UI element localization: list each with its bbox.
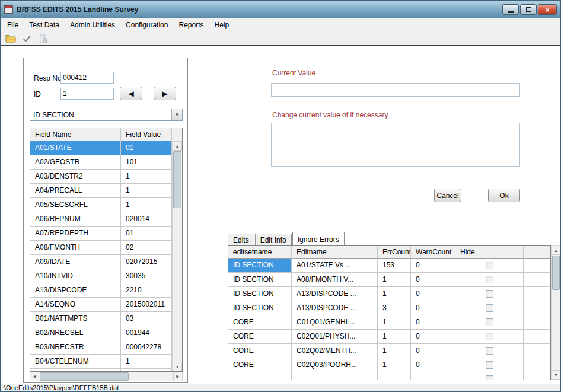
field-name-cell: A13/DISPCODE xyxy=(30,283,121,298)
hide-checkbox[interactable] xyxy=(486,304,493,312)
errors-table-row[interactable] xyxy=(228,372,550,380)
errors-table-row[interactable]: COREC01Q01/GENHL...10 xyxy=(228,315,550,330)
field-table-vscrollbar[interactable]: ▲ ▼ xyxy=(172,141,182,371)
field-table-row[interactable]: A13/DISPCODE2210 xyxy=(30,283,182,298)
field-table-row[interactable]: A08/FMONTH02 xyxy=(30,241,182,255)
hide-checkbox[interactable] xyxy=(486,290,493,298)
previous-record-button[interactable]: ◀ xyxy=(120,87,142,100)
field-table-row[interactable]: B01/NATTMPTS03 xyxy=(30,312,182,326)
errors-table-vscrollbar[interactable]: ▲ ▼ xyxy=(551,245,561,380)
menu-item-file[interactable]: File xyxy=(2,18,24,32)
hide-cell xyxy=(455,344,524,358)
minimize-button[interactable] xyxy=(502,4,519,15)
errors-table-header-cell[interactable]: WarnCount xyxy=(411,246,455,259)
hide-checkbox[interactable] xyxy=(486,347,493,355)
errors-table-row[interactable]: COREC02Q02/MENTH...10 xyxy=(228,344,550,358)
menu-item-configuration[interactable]: Configuration xyxy=(120,18,173,32)
tab-edits[interactable]: Edits xyxy=(228,234,254,245)
errors-table-body: ID SECTIONA01/STATE Vs ...1530ID SECTION… xyxy=(228,259,550,380)
field-table-row[interactable]: A10/INTVID30035 xyxy=(30,269,182,283)
field-table-row[interactable]: A03/DENSTR21 xyxy=(30,170,182,184)
filler-cell xyxy=(524,358,550,372)
scroll-up-icon[interactable]: ▲ xyxy=(552,246,560,255)
hide-checkbox[interactable] xyxy=(486,375,493,380)
scroll-thumb[interactable] xyxy=(173,151,181,208)
editname-cell: C02Q03/POORH... xyxy=(292,358,378,372)
resp-no-input[interactable] xyxy=(60,72,114,84)
field-table-row[interactable]: A06/REPNUM020014 xyxy=(30,212,182,227)
errors-table-header-cell[interactable]: ErrCount xyxy=(378,246,411,259)
tab-ignore-errors[interactable]: Ignore Errors xyxy=(292,232,345,245)
hscroll-thumb[interactable] xyxy=(40,372,129,381)
hide-checkbox[interactable] xyxy=(486,361,493,369)
scroll-thumb[interactable] xyxy=(552,256,560,290)
editsetname-cell: CORE xyxy=(228,315,292,330)
cancel-button[interactable]: Cancel xyxy=(434,189,461,202)
menu-item-test-data[interactable]: Test Data xyxy=(24,18,65,32)
field-table-row[interactable]: A09/IDATE02072015 xyxy=(30,255,182,269)
scroll-down-icon[interactable]: ▼ xyxy=(173,362,182,371)
field-table-row[interactable]: B04/CTELENUM1 xyxy=(30,355,182,369)
next-record-button[interactable]: ▶ xyxy=(154,87,176,100)
ok-button[interactable]: Ok xyxy=(488,189,520,202)
errors-table-row[interactable]: ID SECTIONA01/STATE Vs ...1530 xyxy=(228,259,550,273)
field-table-row[interactable]: A05/SECSCRFL1 xyxy=(30,198,182,212)
menu-item-admin-utilities[interactable]: Admin Utilities xyxy=(65,18,120,32)
errcount-cell xyxy=(378,372,411,380)
hide-checkbox[interactable] xyxy=(486,276,493,283)
scroll-down-icon[interactable]: ▼ xyxy=(552,370,560,380)
field-table-row[interactable]: A14/SEQNO2015002011 xyxy=(30,298,182,312)
field-name-cell: A01/STATE xyxy=(30,141,121,155)
hide-checkbox[interactable] xyxy=(486,318,493,326)
errcount-cell: 1 xyxy=(378,315,411,330)
change-value-textarea[interactable] xyxy=(271,123,520,167)
scroll-left-icon[interactable]: ◀ xyxy=(30,372,39,381)
editsetname-cell: CORE xyxy=(228,358,292,372)
title-bar[interactable]: BRFSS EDITS 2015 Landline Survey × xyxy=(1,1,560,18)
errors-table-header-cell[interactable]: Editname xyxy=(292,246,378,259)
field-table-row[interactable]: A02/GEOSTR101 xyxy=(30,155,182,170)
errors-table-row[interactable]: ID SECTIONA13/DISPCODE ...30 xyxy=(228,301,550,315)
scroll-up-icon[interactable]: ▲ xyxy=(173,141,182,151)
field-table-row[interactable]: A07/REPDEPTH01 xyxy=(30,227,182,241)
errors-table-row[interactable]: COREC02Q03/POORH...10 xyxy=(228,358,550,372)
field-table-body: A01/STATE01A02/GEOSTR101A03/DENSTR21A04/… xyxy=(30,141,182,372)
field-table-header-cell[interactable]: Field Value xyxy=(121,128,172,141)
field-table-row[interactable]: A01/STATE01 xyxy=(30,141,182,155)
field-table-row[interactable]: B02/NRECSEL001944 xyxy=(30,326,182,340)
report-preview-button[interactable] xyxy=(37,33,50,44)
menu-item-help[interactable]: Help xyxy=(209,18,235,32)
maximize-button[interactable] xyxy=(520,4,537,15)
hide-cell xyxy=(455,287,524,301)
warncount-cell xyxy=(411,372,455,380)
current-value-label: Current Value xyxy=(272,69,315,77)
scroll-right-icon[interactable]: ▶ xyxy=(173,372,183,381)
hide-cell xyxy=(455,273,524,287)
errcount-cell: 1 xyxy=(378,287,411,301)
errors-table-row[interactable]: ID SECTIONA13/DISPCODE ...10 xyxy=(228,287,550,301)
hide-checkbox[interactable] xyxy=(486,333,493,340)
current-value-input[interactable] xyxy=(271,83,520,97)
section-dropdown[interactable]: ID SECTION ▼ xyxy=(30,109,183,121)
errors-table-header-cell[interactable]: Hide xyxy=(455,246,524,259)
close-button[interactable]: × xyxy=(538,4,557,15)
field-table-row[interactable]: B03/NRECSTR000042278 xyxy=(30,340,182,355)
field-value-cell: 2210 xyxy=(121,283,172,298)
errors-table-row[interactable]: COREC02Q01/PHYSH...10 xyxy=(228,330,550,344)
validate-button[interactable] xyxy=(20,33,34,44)
errors-table-row[interactable]: ID SECTIONA08/FMONTH V...10 xyxy=(228,273,550,287)
errors-table-header-cell[interactable]: editsetname xyxy=(228,246,292,259)
field-name-cell: A04/PRECALL xyxy=(30,184,121,198)
field-table-hscrollbar[interactable]: ◀ ▶ xyxy=(30,372,183,381)
field-name-cell: A10/INTVID xyxy=(30,269,121,283)
tab-edit-info[interactable]: Edit Info xyxy=(255,234,292,245)
dropdown-button[interactable]: ▼ xyxy=(171,109,182,120)
open-file-button[interactable] xyxy=(4,33,17,44)
hide-checkbox[interactable] xyxy=(486,262,493,269)
menu-item-reports[interactable]: Reports xyxy=(173,18,209,32)
errcount-cell: 3 xyxy=(378,301,411,315)
field-table-header-cell[interactable]: Field Name xyxy=(30,128,121,141)
id-input[interactable] xyxy=(60,88,114,100)
resp-no-label: Resp No xyxy=(34,74,62,82)
field-table-row[interactable]: A04/PRECALL1 xyxy=(30,184,182,198)
